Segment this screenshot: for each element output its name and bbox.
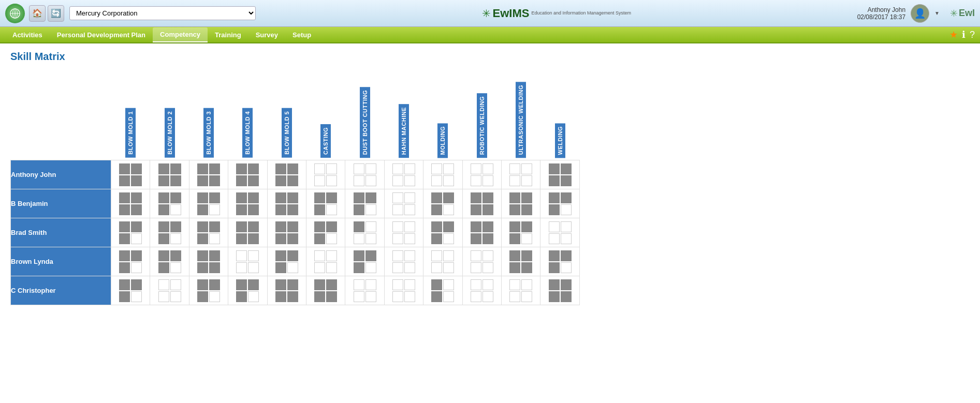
table-row: Anthony John (11, 160, 580, 189)
ewims-logo-text: EwIMS (493, 7, 530, 20)
ewims2-text: EwI (959, 8, 975, 19)
table-row: Brown Lynda (11, 247, 580, 276)
header-right: Anthony John 02/08/2017 18:37 👤 ▼ (857, 4, 940, 23)
skill-cell-2-8 (423, 218, 462, 247)
skill-cell-3-10 (502, 247, 540, 276)
skill-cell-0-4 (267, 160, 306, 189)
col-header-11: WELDING (540, 68, 580, 160)
ewims-logo2: ✳ EwI (950, 8, 975, 19)
col-header-2: BLOW MOLD 3 (189, 68, 228, 160)
home-button[interactable]: 🏠 (29, 5, 46, 22)
refresh-button[interactable]: 🔄 (48, 5, 64, 22)
skill-cell-0-8 (423, 160, 462, 189)
skill-cell-1-2 (189, 189, 228, 218)
nav-setup[interactable]: Setup (285, 28, 318, 42)
skill-cell-1-1 (150, 189, 189, 218)
col-header-8: MOLDING (423, 68, 462, 160)
ewims-sub-text: Education and Information Management Sys… (531, 10, 631, 16)
table-row: B Benjamin (11, 189, 580, 218)
skill-cell-4-11 (540, 276, 580, 305)
table-row: Brad Smith (11, 218, 580, 247)
skill-cell-1-6 (345, 189, 384, 218)
user-avatar[interactable]: 👤 (911, 4, 929, 23)
skill-cell-2-5 (306, 218, 345, 247)
skill-cell-1-9 (462, 189, 501, 218)
skill-cell-0-2 (189, 160, 228, 189)
table-row: C Christopher (11, 276, 580, 305)
skill-cell-3-1 (150, 247, 189, 276)
skill-cell-3-6 (345, 247, 384, 276)
ewims2-star-icon: ✳ (950, 8, 958, 19)
skill-cell-2-10 (502, 218, 540, 247)
nav-icons: 🏠 🔄 (29, 5, 64, 22)
info-icon[interactable]: ℹ (962, 29, 966, 40)
col-header-1: BLOW MOLD 2 (150, 68, 189, 160)
skill-cell-0-10 (502, 160, 540, 189)
skill-cell-1-3 (228, 189, 267, 218)
app-logo (5, 4, 25, 23)
top-header: 🏠 🔄 Mercury Corporation ✳ EwIMS Educatio… (0, 0, 980, 27)
col-header-5: CASTING (306, 68, 345, 160)
person-name-4[interactable]: C Christopher (11, 276, 111, 305)
nav-competency[interactable]: Competency (153, 27, 208, 42)
person-name-2[interactable]: Brad Smith (11, 218, 111, 247)
skill-cell-2-4 (267, 218, 306, 247)
skill-matrix-table: BLOW MOLD 1 BLOW MOLD 2 BLOW MOLD 3 BLOW… (10, 68, 580, 305)
skill-cell-3-11 (540, 247, 580, 276)
skill-cell-2-6 (345, 218, 384, 247)
skill-cell-4-0 (111, 276, 150, 305)
nav-bar: Activities Personal Development Plan Com… (0, 27, 980, 43)
skill-cell-2-11 (540, 218, 580, 247)
company-select[interactable]: Mercury Corporation (69, 6, 256, 20)
nav-personal-dev[interactable]: Personal Development Plan (50, 28, 153, 42)
user-name: Anthony John (857, 6, 905, 13)
person-name-1[interactable]: B Benjamin (11, 189, 111, 218)
skill-cell-4-7 (384, 276, 423, 305)
skill-cell-0-0 (111, 160, 150, 189)
person-name-0[interactable]: Anthony John (11, 160, 111, 189)
skill-cell-4-2 (189, 276, 228, 305)
ewims-logo: ✳ EwIMS Education and Information Manage… (482, 7, 632, 20)
skill-cell-2-3 (228, 218, 267, 247)
company-select-wrap: Mercury Corporation (69, 6, 256, 20)
skill-cell-1-8 (423, 189, 462, 218)
skill-cell-4-3 (228, 276, 267, 305)
skill-cell-0-7 (384, 160, 423, 189)
person-name-3[interactable]: Brown Lynda (11, 247, 111, 276)
skill-cell-1-5 (306, 189, 345, 218)
nav-activities[interactable]: Activities (5, 28, 50, 42)
ewims-star-icon: ✳ (482, 7, 491, 20)
favorite-icon[interactable]: ★ (949, 29, 958, 40)
col-header-10: ULTRASONIC WELDING (502, 68, 540, 160)
skill-cell-0-3 (228, 160, 267, 189)
skill-cell-2-9 (462, 218, 501, 247)
skill-cell-2-2 (189, 218, 228, 247)
skill-cell-3-3 (228, 247, 267, 276)
skill-cell-1-4 (267, 189, 306, 218)
skill-cell-3-8 (423, 247, 462, 276)
page-title: Skill Matrix (10, 51, 970, 63)
skill-cell-1-10 (502, 189, 540, 218)
skill-cell-4-6 (345, 276, 384, 305)
skill-cell-0-9 (462, 160, 501, 189)
nav-survey[interactable]: Survey (248, 28, 285, 42)
skill-cell-0-1 (150, 160, 189, 189)
user-dropdown-arrow[interactable]: ▼ (934, 10, 940, 16)
header-center: ✳ EwIMS Education and Information Manage… (256, 7, 857, 20)
content-area: Skill Matrix BLOW MOLD 1 BLOW MOLD 2 BLO… (0, 43, 980, 312)
skill-cell-4-10 (502, 276, 540, 305)
skill-cell-2-0 (111, 218, 150, 247)
col-header-7: HAHN MACHINE (384, 68, 423, 160)
skill-cell-4-1 (150, 276, 189, 305)
skill-cell-4-4 (267, 276, 306, 305)
skill-cell-3-9 (462, 247, 501, 276)
skill-cell-3-4 (267, 247, 306, 276)
skill-cell-3-2 (189, 247, 228, 276)
skill-cell-4-5 (306, 276, 345, 305)
nav-training[interactable]: Training (208, 28, 248, 42)
help-icon[interactable]: ? (970, 29, 975, 40)
col-header-3: BLOW MOLD 4 (228, 68, 267, 160)
skill-cell-3-7 (384, 247, 423, 276)
nav-bar-right: ★ ℹ ? (949, 29, 975, 40)
col-header-9: ROBOTIC WELDING (462, 68, 501, 160)
